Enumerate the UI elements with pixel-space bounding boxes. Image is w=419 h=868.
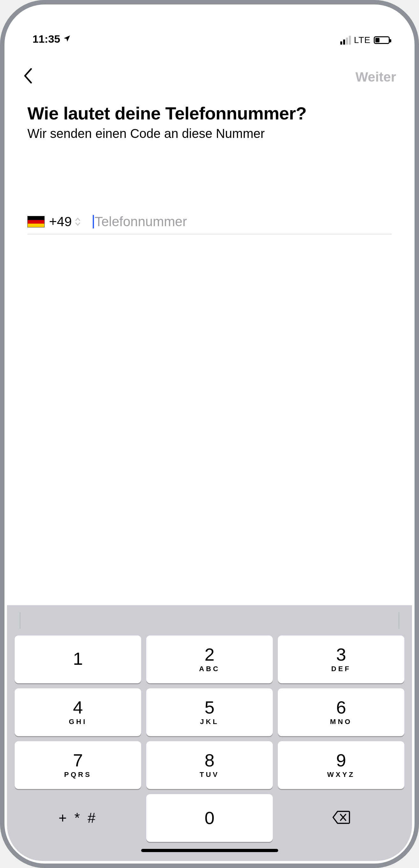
status-bar: 11:35 LTE: [7, 20, 412, 45]
key-letters: DEF: [331, 665, 351, 673]
back-button[interactable]: [20, 68, 36, 86]
next-button[interactable]: Weiter: [355, 69, 396, 85]
status-time: 11:35: [32, 33, 60, 45]
home-indicator[interactable]: [141, 849, 278, 852]
network-label: LTE: [354, 35, 370, 45]
nav-bar: Weiter: [7, 58, 412, 96]
device-frame: 11:35 LTE Weiter Wie lautet deine Tel: [0, 0, 419, 868]
key-digit: 5: [205, 699, 214, 716]
key-digit: 0: [205, 809, 214, 827]
key-digit: 3: [336, 646, 346, 663]
country-selector[interactable]: +49: [27, 214, 81, 229]
key-5[interactable]: 5 JKL: [146, 688, 273, 736]
key-9[interactable]: 9 WXYZ: [278, 741, 405, 789]
keyboard-accessory-bar: [7, 605, 412, 636]
key-digit: 6: [336, 699, 346, 716]
phone-input-wrap[interactable]: Telefonnummer: [93, 214, 187, 229]
page-subtitle: Wir senden einen Code an diese Nummer: [27, 126, 392, 141]
chevron-up-down-icon: [74, 217, 81, 226]
phone-placeholder: Telefonnummer: [95, 214, 187, 229]
key-digit: 9: [336, 751, 346, 769]
content: Wie lautet deine Telefonnummer? Wir send…: [7, 96, 412, 605]
keypad-grid: 1 2 ABC 3 DEF 4 GHI 5 JKL: [7, 636, 412, 842]
numeric-keyboard: 1 2 ABC 3 DEF 4 GHI 5 JKL: [7, 605, 412, 861]
key-2[interactable]: 2 ABC: [146, 636, 273, 683]
screen: 11:35 LTE Weiter Wie lautet deine Tel: [7, 7, 412, 861]
phone-input-row: +49 Telefonnummer: [27, 214, 392, 235]
dial-code: +49: [49, 214, 72, 229]
key-6[interactable]: 6 MNO: [278, 688, 405, 736]
key-digit: 7: [73, 751, 83, 769]
status-right: LTE: [340, 35, 390, 45]
key-digit: 1: [73, 650, 83, 668]
location-icon: [63, 33, 71, 45]
status-left: 11:35: [32, 33, 71, 45]
key-digit: 8: [205, 751, 214, 769]
key-4[interactable]: 4 GHI: [14, 688, 141, 736]
delete-icon: [332, 810, 350, 826]
accessory-separator: [399, 612, 399, 629]
key-0[interactable]: 0: [146, 794, 273, 842]
key-1[interactable]: 1: [14, 636, 141, 683]
text-cursor: [93, 215, 94, 228]
key-digit: 4: [73, 699, 83, 716]
key-letters: TUV: [200, 771, 219, 779]
key-letters: ABC: [199, 665, 220, 673]
cellular-signal-icon: [340, 36, 351, 44]
page-title: Wie lautet deine Telefonnummer?: [27, 102, 392, 124]
key-symbols[interactable]: + * #: [14, 794, 141, 842]
key-digit: 2: [205, 646, 214, 663]
key-8[interactable]: 8 TUV: [146, 741, 273, 789]
accessory-separator: [20, 612, 20, 629]
battery-icon: [374, 36, 390, 44]
key-delete[interactable]: [278, 794, 405, 842]
key-letters: PQRS: [64, 771, 91, 779]
key-3[interactable]: 3 DEF: [278, 636, 405, 683]
flag-germany-icon: [27, 216, 44, 227]
key-letters: JKL: [200, 718, 219, 726]
key-letters: MNO: [330, 718, 352, 726]
chevron-left-icon: [23, 68, 33, 84]
key-7[interactable]: 7 PQRS: [14, 741, 141, 789]
symbols-label: + * #: [59, 810, 97, 826]
key-letters: WXYZ: [327, 771, 355, 779]
key-letters: GHI: [69, 718, 87, 726]
